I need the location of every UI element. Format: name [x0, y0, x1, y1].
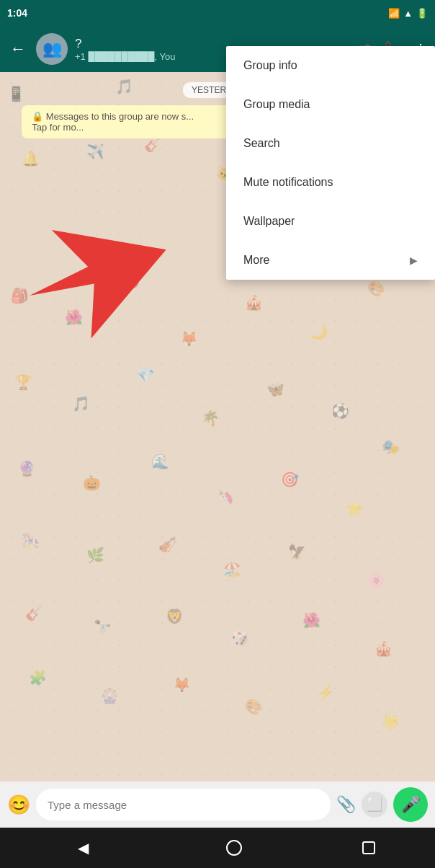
recent-nav-button[interactable] — [362, 841, 375, 854]
menu-item-label: Group media — [243, 98, 310, 111]
menu-item-search[interactable]: Search — [226, 124, 435, 163]
back-nav-button[interactable]: ◀ — [60, 833, 106, 862]
chevron-right-icon: ▶ — [410, 254, 418, 266]
menu-item-group-media[interactable]: Group media — [226, 85, 435, 124]
camera-icon: ⬜ — [367, 797, 382, 812]
wifi-icon: ▲ — [403, 8, 413, 19]
menu-item-more[interactable]: More▶ — [226, 241, 435, 280]
back-button[interactable]: ← — [7, 37, 29, 61]
emoji-button[interactable]: 😊 — [7, 794, 30, 816]
camera-button[interactable]: ⬜ — [362, 792, 387, 818]
mic-button[interactable]: 🎤 — [393, 787, 428, 822]
dropdown-menu: Group infoGroup mediaSearchMute notifica… — [226, 46, 435, 280]
attach-button[interactable]: 📎 — [336, 795, 356, 814]
menu-item-label: Group info — [243, 59, 297, 72]
status-left: 1:04 — [7, 7, 27, 19]
battery-icon: 🔋 — [416, 8, 428, 19]
mic-icon: 🎤 — [401, 795, 421, 814]
bottom-nav: ◀ — [0, 828, 435, 868]
menu-item-group-info[interactable]: Group info — [226, 46, 435, 85]
home-nav-button[interactable] — [226, 840, 242, 856]
avatar[interactable]: 👥 — [36, 33, 68, 65]
menu-item-wallpaper[interactable]: Wallpaper — [226, 202, 435, 241]
menu-item-mute-notifications[interactable]: Mute notifications — [226, 163, 435, 202]
message-input[interactable] — [36, 789, 331, 820]
status-bar: 1:04 📶 ▲ 🔋 — [0, 0, 435, 26]
menu-item-label: More — [243, 254, 269, 267]
status-icons: 📶 ▲ 🔋 — [388, 8, 428, 19]
menu-item-label: Search — [243, 137, 280, 150]
system-message-text: 🔒 Messages to this group are now s...Tap… — [32, 111, 194, 133]
status-time: 1:04 — [7, 7, 27, 19]
signal-icon: 📶 — [388, 8, 400, 19]
group-avatar-icon: 👥 — [42, 40, 62, 58]
input-bar: 😊 📎 ⬜ 🎤 — [0, 781, 435, 828]
menu-item-label: Wallpaper — [243, 215, 295, 228]
menu-item-label: Mute notifications — [243, 176, 333, 189]
